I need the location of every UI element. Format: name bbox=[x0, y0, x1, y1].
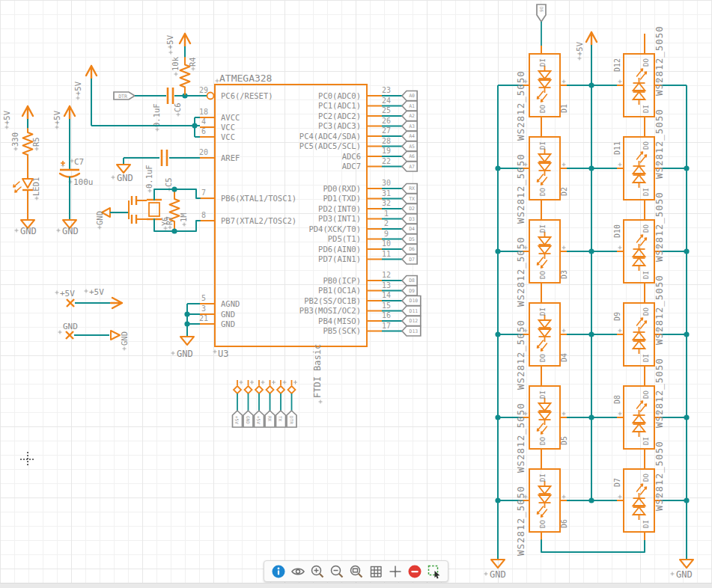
svg-text:GND: GND bbox=[221, 319, 235, 328]
svg-text:330: 330 bbox=[10, 132, 19, 147]
crosshair-icon[interactable] bbox=[387, 563, 403, 579]
info-icon[interactable] bbox=[270, 563, 286, 579]
led-d12[interactable]: DODID12WS2812_5050 bbox=[613, 25, 665, 117]
svg-text:WS2812_5050: WS2812_5050 bbox=[654, 358, 665, 428]
svg-text:C7: C7 bbox=[74, 157, 84, 167]
svg-text:PB6(XTAL1/TOSC1): PB6(XTAL1/TOSC1) bbox=[221, 194, 296, 203]
power-port-stubs[interactable]: +5V+5VGNDGND bbox=[55, 287, 130, 351]
bulk-cap-circuit[interactable]: +5VC7100uGND bbox=[52, 106, 94, 236]
svg-text:A2: A2 bbox=[409, 113, 415, 119]
grid-icon[interactable] bbox=[368, 563, 383, 579]
svg-text:8: 8 bbox=[201, 211, 206, 219]
zoom-window-icon[interactable] bbox=[348, 563, 364, 579]
svg-text:D13: D13 bbox=[410, 328, 419, 334]
svg-text:D11: D11 bbox=[613, 141, 621, 155]
svg-text:30: 30 bbox=[382, 179, 391, 187]
svg-text:D10: D10 bbox=[410, 298, 419, 304]
zoom-in-icon[interactable] bbox=[309, 563, 325, 579]
svg-text:R7: R7 bbox=[165, 216, 174, 225]
svg-text:DO: DO bbox=[539, 520, 547, 528]
power-led-circuit[interactable]: +5V330R5LED1GND bbox=[2, 106, 40, 236]
svg-text:DO: DO bbox=[642, 141, 650, 150]
svg-text:D9: D9 bbox=[613, 312, 621, 321]
svg-text:D6: D6 bbox=[560, 519, 568, 528]
svg-text:DO: DO bbox=[642, 307, 650, 316]
zoom-out-icon[interactable] bbox=[329, 563, 344, 579]
svg-text:DO: DO bbox=[642, 391, 650, 399]
svg-text:D3: D3 bbox=[409, 216, 415, 222]
svg-text:C5: C5 bbox=[164, 177, 173, 187]
svg-text:17: 17 bbox=[382, 322, 391, 330]
svg-text:D6: D6 bbox=[539, 7, 544, 13]
led-d11[interactable]: DODID11WS2812_5050 bbox=[613, 108, 665, 200]
svg-text:DO: DO bbox=[539, 188, 547, 196]
svg-text:16: 16 bbox=[382, 311, 391, 319]
svg-text:WS2812_5050: WS2812_5050 bbox=[654, 192, 665, 262]
svg-text:GND: GND bbox=[177, 349, 193, 359]
svg-text:A1: A1 bbox=[409, 103, 415, 109]
mcu-ground[interactable]: GND bbox=[171, 304, 201, 359]
reset-circuit[interactable]: +5V10kR40.1uFC6DTR bbox=[114, 34, 207, 132]
svg-text:DTR: DTR bbox=[289, 416, 294, 424]
svg-text:D6: D6 bbox=[409, 246, 415, 252]
svg-text:PD1(TXD): PD1(TXD) bbox=[323, 194, 361, 203]
vcc-wiring[interactable]: +5V bbox=[73, 66, 200, 137]
svg-text:PD5(T1): PD5(T1) bbox=[328, 234, 361, 243]
crystal-circuit[interactable]: GNDY6R71M bbox=[95, 186, 200, 233]
svg-text:DI: DI bbox=[539, 391, 547, 399]
svg-text:21: 21 bbox=[199, 314, 208, 322]
svg-text:DO: DO bbox=[539, 105, 547, 113]
svg-text:28: 28 bbox=[382, 137, 391, 145]
svg-text:A5: A5 bbox=[409, 144, 415, 150]
svg-text:7: 7 bbox=[201, 189, 206, 197]
svg-text:26: 26 bbox=[382, 117, 391, 125]
svg-text:2: 2 bbox=[384, 219, 389, 227]
svg-text:PD0(RXD): PD0(RXD) bbox=[323, 184, 361, 193]
led-d10[interactable]: DODID10WS2812_5050 bbox=[613, 192, 665, 283]
led-d8[interactable]: DODID8WS2812_5050 bbox=[613, 358, 665, 449]
led-d9[interactable]: DODID9WS2812_5050 bbox=[613, 275, 665, 366]
svg-text:20: 20 bbox=[199, 148, 208, 156]
led-matrix[interactable]: +5VGNDGNDD6DIDOD1WS2812_5050DODID12WS281… bbox=[484, 4, 694, 580]
svg-text:D8: D8 bbox=[409, 278, 415, 284]
svg-text:9: 9 bbox=[384, 230, 389, 238]
svg-text:DI: DI bbox=[539, 307, 547, 316]
svg-text:WS2812_5050: WS2812_5050 bbox=[654, 275, 665, 345]
mcu-atmega328[interactable]: ATMEGA328U3FTDI Basic29PC6(/RESET)18AVCC… bbox=[199, 73, 421, 404]
svg-text:5: 5 bbox=[201, 294, 206, 302]
svg-text:11: 11 bbox=[382, 250, 391, 258]
svg-text:VCC: VCC bbox=[221, 132, 235, 141]
svg-text:LED1: LED1 bbox=[31, 177, 40, 196]
svg-text:PB7(XTAL2/TOSC2): PB7(XTAL2/TOSC2) bbox=[221, 216, 296, 225]
svg-text:D10: D10 bbox=[613, 224, 621, 238]
aref-circuit[interactable]: GND0.1uFC5 bbox=[112, 150, 201, 193]
bottom-scroll-strip[interactable] bbox=[0, 583, 712, 588]
schematic-canvas[interactable]: ATMEGA328U3FTDI Basic29PC6(/RESET)18AVCC… bbox=[0, 0, 712, 588]
svg-text:DI: DI bbox=[539, 58, 547, 67]
svg-text:PB2(SS/OC1B): PB2(SS/OC1B) bbox=[304, 296, 361, 305]
svg-text:DI: DI bbox=[539, 474, 547, 482]
select-icon[interactable] bbox=[426, 563, 442, 579]
svg-text:A6: A6 bbox=[409, 153, 415, 159]
svg-text:3: 3 bbox=[201, 304, 206, 313]
svg-text:DI: DI bbox=[642, 354, 650, 362]
svg-text:R4: R4 bbox=[188, 57, 197, 67]
remove-icon[interactable] bbox=[407, 563, 422, 579]
led-d7[interactable]: DODID7WS2812_5050 bbox=[613, 441, 665, 532]
svg-text:12: 12 bbox=[382, 271, 391, 279]
svg-text:29: 29 bbox=[199, 86, 208, 94]
svg-text:DO: DO bbox=[642, 58, 650, 67]
svg-text:WS2812_5050: WS2812_5050 bbox=[515, 70, 526, 141]
svg-text:DO: DO bbox=[539, 271, 547, 279]
svg-text:25: 25 bbox=[382, 106, 391, 114]
svg-text:WS2812_5050: WS2812_5050 bbox=[515, 402, 526, 473]
svg-text:+5V: +5V bbox=[89, 287, 104, 297]
svg-text:GND: GND bbox=[20, 226, 37, 236]
svg-text:PC4(ADC4/SDA): PC4(ADC4/SDA) bbox=[299, 132, 361, 141]
svg-text:DI: DI bbox=[642, 188, 650, 196]
ftdi-header[interactable]: +5VGND+5VRXTXDTR bbox=[233, 380, 298, 427]
svg-text:PC3(ADC3): PC3(ADC3) bbox=[318, 121, 361, 130]
svg-text:+5V: +5V bbox=[73, 81, 82, 96]
canvas-cursor-crosshair bbox=[20, 452, 35, 467]
eye-icon[interactable] bbox=[290, 563, 305, 579]
